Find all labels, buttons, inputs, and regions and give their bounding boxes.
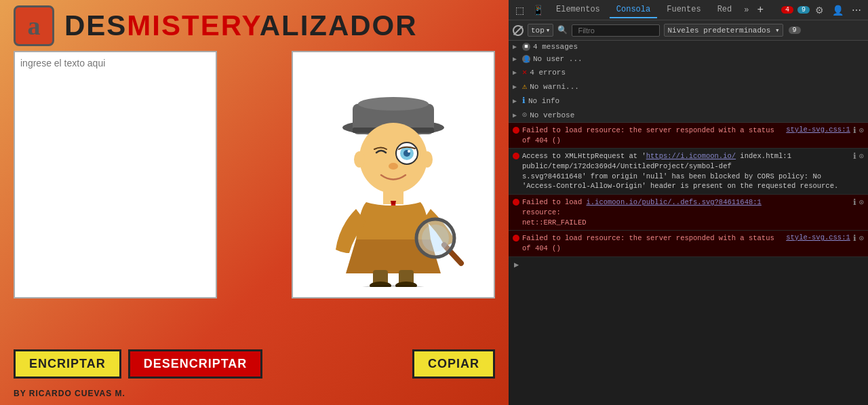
error-link-3[interactable]: i.icomoon.io/public/..defs.svg?84611648:… bbox=[587, 198, 762, 206]
cors-error-text: Access to XMLHttpRequest at ' bbox=[522, 152, 646, 160]
warnings-group-header[interactable]: ▶ ⚠ No warni... bbox=[509, 79, 868, 94]
cors-link[interactable]: https://i.icomoon.io/ bbox=[646, 152, 736, 160]
svg-point-8 bbox=[408, 150, 410, 153]
error-text-1: Failed to load resource: the server resp… bbox=[522, 126, 783, 145]
verbose-group-arrow: ▶ bbox=[513, 111, 519, 119]
expand-row: ▶ bbox=[509, 257, 868, 273]
verbose-group-header[interactable]: ▶ ⊙ No verbose bbox=[509, 108, 868, 122]
cors-error-text4: s.svg?84611648' from origin 'null' has b… bbox=[522, 172, 838, 191]
title-des: DES bbox=[64, 9, 127, 41]
user-group-header[interactable]: ▶ 👤 No user ... bbox=[509, 53, 868, 65]
error3-content: Failed to load i.icomoon.io/public/..def… bbox=[522, 197, 850, 227]
expand-arrow-icon[interactable]: ▶ bbox=[514, 261, 519, 270]
error-close-icon-4[interactable]: ⊙ bbox=[859, 233, 864, 244]
user-group-icon: 👤 bbox=[522, 55, 530, 63]
svg-point-10 bbox=[354, 151, 365, 168]
svg-marker-14 bbox=[391, 201, 396, 204]
encrypt-button[interactable]: ENCRIPTAR bbox=[14, 349, 121, 379]
tab-consola[interactable]: Consola bbox=[610, 2, 657, 18]
error-row-1: Failed to load resource: the server resp… bbox=[509, 123, 868, 149]
error-dot-4 bbox=[513, 235, 519, 242]
error-row-3: Failed to load i.icomoon.io/public/..def… bbox=[509, 195, 868, 231]
devtools-panel: ⬚ 📱 Elementos Consola Fuentes Red » + 4 … bbox=[509, 0, 868, 405]
console-messages: ▶ ■ 4 messages ▶ 👤 No user ... ▶ ✕ 4 err… bbox=[509, 41, 868, 405]
text-input[interactable] bbox=[14, 51, 217, 298]
error-icons-3: ℹ ⊙ bbox=[853, 197, 864, 208]
errors-group-arrow: ▶ bbox=[513, 69, 519, 77]
verbose-group-label: No verbose bbox=[530, 111, 574, 119]
svg-point-11 bbox=[422, 151, 433, 168]
messages-group: ▶ ■ 4 messages ▶ 👤 No user ... ▶ ✕ 4 err… bbox=[509, 41, 868, 123]
error-row-cors: Access to XMLHttpRequest at 'https://i.i… bbox=[509, 149, 868, 195]
error-link-4[interactable]: style-svg.css:1 bbox=[786, 233, 850, 242]
error-dot-cors bbox=[513, 153, 519, 159]
top-context-select[interactable]: top ▾ bbox=[528, 24, 553, 37]
tab-red[interactable]: Red bbox=[711, 2, 739, 18]
devtools-toolbar: ⬚ 📱 Elementos Consola Fuentes Red » + 4 … bbox=[509, 0, 868, 20]
top-chevron-icon: ▾ bbox=[546, 26, 551, 35]
error-text-4: Failed to load resource: the server resp… bbox=[522, 233, 783, 253]
cors-info-icon[interactable]: ℹ bbox=[853, 151, 856, 161]
error-row-4: Failed to load resource: the server resp… bbox=[509, 231, 868, 256]
error-text-3b: resource: bbox=[522, 208, 561, 216]
error-icons-1: ℹ ⊙ bbox=[853, 126, 864, 136]
app-header: a DESMISTERYALIZADOR bbox=[0, 0, 509, 51]
levels-label: Niveles predeterminados bbox=[667, 26, 770, 35]
error-icons-4: ℹ ⊙ bbox=[853, 233, 864, 244]
cors-error-icons: ℹ ⊙ bbox=[853, 151, 864, 161]
devtools-device-icon[interactable]: 📱 bbox=[530, 3, 547, 17]
copy-button[interactable]: COPIAR bbox=[412, 349, 495, 379]
tabs-more-icon[interactable]: » bbox=[741, 3, 751, 18]
title-mystery: MISTERY bbox=[127, 9, 259, 41]
error-info-icon-3[interactable]: ℹ bbox=[853, 197, 856, 208]
info-icon: ℹ bbox=[522, 96, 526, 106]
error-close-icon-1[interactable]: ⊙ bbox=[859, 126, 864, 136]
error-dot-3 bbox=[513, 199, 519, 206]
levels-chevron-icon: ▾ bbox=[775, 26, 780, 35]
info-group-arrow: ▶ bbox=[513, 97, 519, 105]
decrypt-button[interactable]: DESENCRIPTAR bbox=[128, 349, 263, 379]
footer-credit: BY RICARDO CUEVAS M. bbox=[0, 385, 509, 405]
detective-image bbox=[305, 63, 481, 287]
top-label: top bbox=[531, 26, 545, 35]
error-info-icon-4[interactable]: ℹ bbox=[853, 233, 856, 244]
group-arrow-icon: ▶ bbox=[513, 43, 519, 51]
error-close-icon-3[interactable]: ⊙ bbox=[859, 197, 864, 208]
user-group-label: No user ... bbox=[533, 55, 583, 63]
error-info-icon-1[interactable]: ℹ bbox=[853, 126, 856, 136]
verbose-icon: ⊙ bbox=[522, 110, 527, 120]
svg-point-9 bbox=[389, 163, 398, 170]
info-group-header[interactable]: ▶ ℹ No info bbox=[509, 94, 868, 108]
messages-group-header[interactable]: ▶ ■ 4 messages bbox=[509, 41, 868, 53]
devtools-toolbar2: top ▾ 🔍 Niveles predeterminados ▾ 9 bbox=[509, 20, 868, 41]
cors-error-text3: public/temp/172dc369d4/UntitledProject/s… bbox=[522, 162, 732, 170]
more-options-icon[interactable]: ⋯ bbox=[849, 3, 864, 17]
app-logo: a bbox=[14, 5, 54, 46]
left-content bbox=[14, 51, 278, 336]
warnings-group-label: No warni... bbox=[530, 83, 579, 91]
tab-elementos[interactable]: Elementos bbox=[549, 2, 607, 18]
log-levels-select[interactable]: Niveles predeterminados ▾ bbox=[664, 24, 783, 37]
devtools-inspect-icon[interactable]: ⬚ bbox=[513, 3, 527, 17]
cors-close-icon[interactable]: ⊙ bbox=[859, 151, 864, 161]
settings-icon[interactable]: ⚙ bbox=[812, 3, 827, 17]
tab-fuentes[interactable]: Fuentes bbox=[660, 2, 707, 18]
error-link-1[interactable]: style-svg.css:1 bbox=[786, 126, 850, 134]
svg-point-2 bbox=[358, 97, 429, 111]
messages-count-icon: ■ bbox=[522, 43, 530, 51]
error-count-badge: 4 bbox=[781, 6, 793, 14]
svg-point-22 bbox=[359, 285, 427, 287]
errors-group-header[interactable]: ▶ ✕ 4 errors bbox=[509, 65, 868, 79]
add-tab-button[interactable]: + bbox=[754, 4, 766, 16]
title-alizador: ALIZADOR bbox=[260, 9, 418, 41]
warning-count-badge: 9 bbox=[797, 6, 810, 14]
clear-console-button[interactable] bbox=[513, 25, 524, 36]
console-filter-input[interactable] bbox=[572, 24, 660, 37]
content-area bbox=[0, 51, 509, 343]
app-title: DESMISTERYALIZADOR bbox=[64, 9, 418, 42]
profile-icon[interactable]: 👤 bbox=[829, 3, 846, 17]
buttons-row: ENCRIPTAR DESENCRIPTAR COPIAR bbox=[0, 343, 509, 385]
errors-group-label: 4 errors bbox=[530, 69, 566, 77]
detective-panel bbox=[292, 51, 495, 298]
cors-error-text2: index.html:1 bbox=[736, 152, 791, 160]
